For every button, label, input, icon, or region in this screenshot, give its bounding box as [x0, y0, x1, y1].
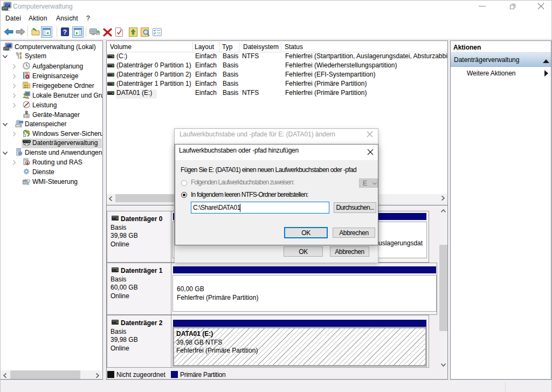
svg-text:?: ?: [63, 29, 67, 36]
